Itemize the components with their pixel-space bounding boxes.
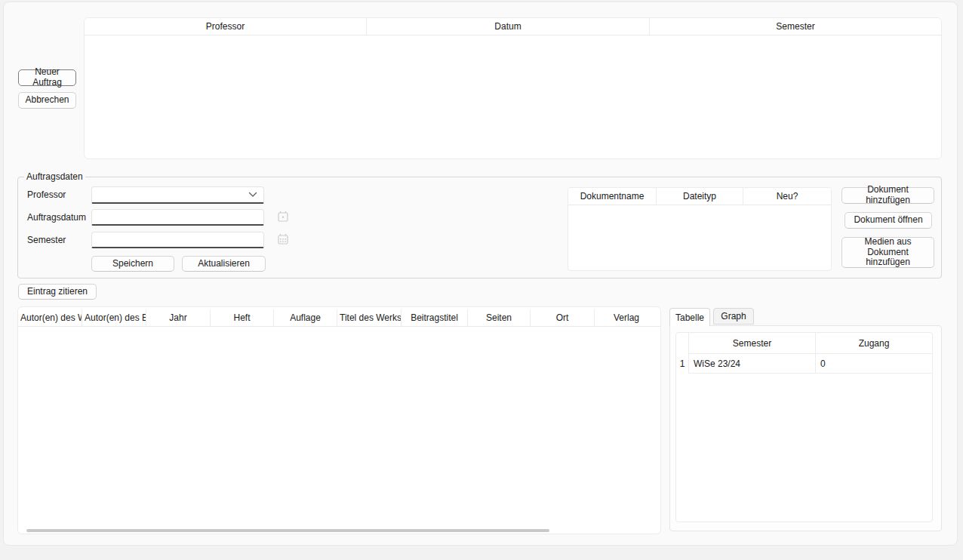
entries-col-header-3[interactable]: Heft bbox=[210, 309, 273, 326]
stats-table: SemesterZugang 1WiSe 23/240 bbox=[675, 332, 933, 522]
open-document-button[interactable]: Dokument öffnen bbox=[845, 212, 932, 229]
semester-label: Semester bbox=[27, 235, 66, 245]
entries-col-header-6[interactable]: Beitragstitel bbox=[401, 309, 467, 326]
chevron-down-icon bbox=[248, 192, 257, 198]
orders-col-header-0[interactable]: Professor bbox=[85, 18, 366, 35]
professor-combobox[interactable] bbox=[91, 186, 264, 204]
cancel-button[interactable]: Abbrechen bbox=[18, 92, 76, 109]
documents-table-body[interactable] bbox=[568, 205, 831, 271]
entries-col-header-9[interactable]: Verlag bbox=[594, 309, 658, 326]
app-window: ProfessorDatumSemester Neuer Auftrag Abb… bbox=[3, 2, 958, 546]
order-date-label: Auftragsdatum bbox=[27, 212, 86, 223]
documents-table-header: DokumentnameDateitypNeu? bbox=[568, 188, 831, 205]
app-root: ProfessorDatumSemester Neuer Auftrag Abb… bbox=[0, 0, 963, 560]
tab-tabelle[interactable]: Tabelle bbox=[669, 308, 710, 326]
documents-table: DokumentnameDateitypNeu? bbox=[568, 187, 832, 271]
stats-panel: SemesterZugang 1WiSe 23/240 bbox=[669, 325, 942, 531]
cite-entry-button[interactable]: Eintrag zitieren bbox=[18, 284, 97, 300]
zugang-cell[interactable]: 0 bbox=[815, 354, 932, 374]
semester-cell[interactable]: WiSe 23/24 bbox=[688, 354, 815, 374]
row-number[interactable]: 1 bbox=[676, 354, 688, 374]
entries-col-header-2[interactable]: Jahr bbox=[146, 309, 210, 326]
stats-col-header-1[interactable]: Zugang bbox=[815, 333, 932, 354]
order-date-input[interactable] bbox=[91, 209, 264, 226]
entries-col-header-1[interactable]: Autor(en) des Beitrags bbox=[82, 309, 146, 326]
stats-rownum-header[interactable] bbox=[676, 333, 688, 354]
entries-table-header: Autor(en) des WerksAutor(en) des Beitrag… bbox=[18, 309, 660, 327]
stats-table-row[interactable]: 1WiSe 23/240 bbox=[676, 354, 932, 374]
entries-col-header-8[interactable]: Ort bbox=[530, 309, 594, 326]
semester-input[interactable] bbox=[91, 232, 264, 248]
entries-col-header-7[interactable]: Seiten bbox=[467, 309, 530, 326]
orders-table-header: ProfessorDatumSemester bbox=[85, 18, 941, 35]
documents-col-header-1[interactable]: Dateityp bbox=[656, 188, 743, 205]
tab-graph[interactable]: Graph bbox=[713, 308, 754, 325]
entries-col-header-5[interactable]: Titel des Werks bbox=[337, 309, 401, 326]
update-button[interactable]: Aktualisieren bbox=[182, 256, 266, 272]
save-button[interactable]: Speichern bbox=[91, 256, 174, 272]
documents-col-header-0[interactable]: Dokumentname bbox=[568, 188, 656, 205]
stats-table-header: SemesterZugang bbox=[676, 333, 932, 354]
entries-col-header-4[interactable]: Auflage bbox=[273, 309, 337, 326]
stats-table-body[interactable]: 1WiSe 23/240 bbox=[676, 354, 932, 374]
calendar-grid-icon bbox=[277, 233, 289, 245]
order-form-groupbox: Auftragsdaten Professor Auftragsdatum Se… bbox=[17, 177, 942, 278]
stats-col-header-0[interactable]: Semester bbox=[688, 333, 815, 354]
orders-table: ProfessorDatumSemester bbox=[84, 17, 942, 159]
professor-label: Professor bbox=[27, 189, 66, 200]
orders-col-header-2[interactable]: Semester bbox=[649, 18, 941, 35]
entries-table-body[interactable] bbox=[18, 327, 660, 515]
orders-col-header-1[interactable]: Datum bbox=[366, 18, 649, 35]
order-form-title: Auftragsdaten bbox=[24, 171, 85, 182]
entries-col-header-0[interactable]: Autor(en) des Werks bbox=[18, 309, 82, 326]
add-media-from-document-button[interactable]: Medien aus Dokument hinzufügen bbox=[841, 237, 934, 268]
entries-table: Autor(en) des WerksAutor(en) des Beitrag… bbox=[17, 306, 661, 534]
add-document-button[interactable]: Dokument hinzufügen bbox=[841, 187, 934, 204]
orders-table-body[interactable] bbox=[85, 35, 941, 159]
entries-horizontal-scrollbar[interactable] bbox=[26, 529, 549, 532]
documents-col-header-2[interactable]: Neu? bbox=[743, 188, 831, 205]
new-order-button[interactable]: Neuer Auftrag bbox=[18, 69, 76, 86]
calendar-date-icon bbox=[277, 211, 289, 223]
